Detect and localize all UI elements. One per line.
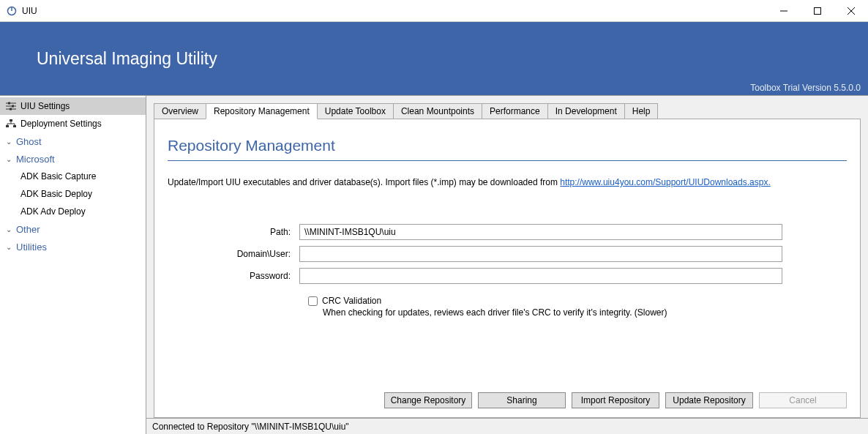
version-label: Toolbox Trial Version 5.5.0.0 [750,83,861,93]
desc-text: Update/Import UIU executables and driver… [168,177,560,187]
path-label: Path: [168,227,299,237]
minimize-button[interactable] [767,0,801,22]
sidebar-item-label: ADK Adv Deploy [20,206,86,217]
download-link[interactable]: http://www.uiu4you.com/Support/UIUDownlo… [560,177,770,187]
tab-performance[interactable]: Performance [482,103,548,119]
tab-content: Repository Management Update/Import UIU … [154,119,861,418]
svg-rect-12 [10,119,12,121]
sidebar-item-label: ADK Basic Deploy [20,189,92,199]
chevron-down-icon: ⌄ [6,243,13,251]
svg-rect-7 [8,102,10,105]
cancel-button: Cancel [759,392,847,408]
tab-overview[interactable]: Overview [154,103,206,119]
sidebar-item-adk-adv-deploy[interactable]: ADK Adv Deploy [0,203,146,220]
status-bar: Connected to Repository "\\MININT-IMSB1Q… [146,418,868,434]
update-repository-button[interactable]: Update Repository [665,392,753,408]
sidebar-group-label: Ghost [16,136,42,147]
svg-rect-18 [13,125,16,127]
password-input[interactable] [299,268,782,284]
crc-validation-checkbox[interactable] [308,296,318,306]
sidebar-group-ghost[interactable]: ⌄ Ghost [0,132,146,150]
svg-rect-9 [12,105,14,108]
sidebar-group-utilities[interactable]: ⌄ Utilities [0,238,146,255]
sidebar-item-label: UIU Settings [20,101,70,111]
chevron-down-icon: ⌄ [6,138,13,146]
import-repository-button[interactable]: Import Repository [572,392,659,408]
sliders-icon [6,101,16,111]
app-header: Universal Imaging Utility Toolbox Trial … [0,22,868,95]
app-icon [6,5,18,17]
sidebar: UIU Settings Deployment Settings ⌄ Ghost… [0,96,146,434]
sidebar-group-label: Other [16,224,40,235]
tab-clean-mountpoints[interactable]: Clean Mountpoints [393,103,482,119]
tabstrip: Overview Repository Management Update To… [154,103,861,119]
chevron-down-icon: ⌄ [6,155,13,163]
sidebar-item-adk-basic-capture[interactable]: ADK Basic Capture [0,168,146,185]
path-input[interactable] [299,224,782,240]
svg-rect-11 [10,108,12,111]
crc-validation-checkbox-label[interactable]: CRC Validation [308,296,847,306]
domain-user-label: Domain\User: [168,249,299,259]
sidebar-group-other[interactable]: ⌄ Other [0,220,146,238]
window-titlebar: UIU [0,0,868,22]
window-title: UIU [22,6,37,16]
network-icon [6,119,16,129]
sidebar-item-uiu-settings[interactable]: UIU Settings [0,97,146,115]
domain-user-input[interactable] [299,246,782,262]
sidebar-group-microsoft[interactable]: ⌄ Microsoft [0,150,146,168]
tab-in-development[interactable]: In Development [547,103,625,119]
sidebar-item-adk-basic-deploy[interactable]: ADK Basic Deploy [0,185,146,203]
status-text: Connected to Repository "\\MININT-IMSB1Q… [152,422,349,432]
chevron-down-icon: ⌄ [6,225,13,233]
tab-repository-management[interactable]: Repository Management [206,103,318,119]
crc-label-text: CRC Validation [322,296,381,306]
svg-rect-17 [6,125,9,127]
svg-rect-3 [815,7,821,14]
maximize-button[interactable] [801,0,834,22]
sidebar-group-label: Microsoft [16,154,55,165]
page-title: Repository Management [168,137,847,154]
sidebar-item-label: ADK Basic Capture [20,171,96,182]
sidebar-item-deployment-settings[interactable]: Deployment Settings [0,115,146,132]
sidebar-group-label: Utilities [16,242,47,252]
divider [168,160,847,161]
sharing-button[interactable]: Sharing [478,392,566,408]
password-label: Password: [168,271,299,281]
tab-help[interactable]: Help [624,103,659,119]
app-title: Universal Imaging Utility [37,49,217,69]
crc-hint: When checking for updates, reviews each … [323,307,847,318]
tab-update-toolbox[interactable]: Update Toolbox [317,103,394,119]
change-repository-button[interactable]: Change Repository [384,392,472,408]
sidebar-item-label: Deployment Settings [20,119,102,129]
page-description: Update/Import UIU executables and driver… [168,177,847,187]
close-button[interactable] [834,0,868,22]
